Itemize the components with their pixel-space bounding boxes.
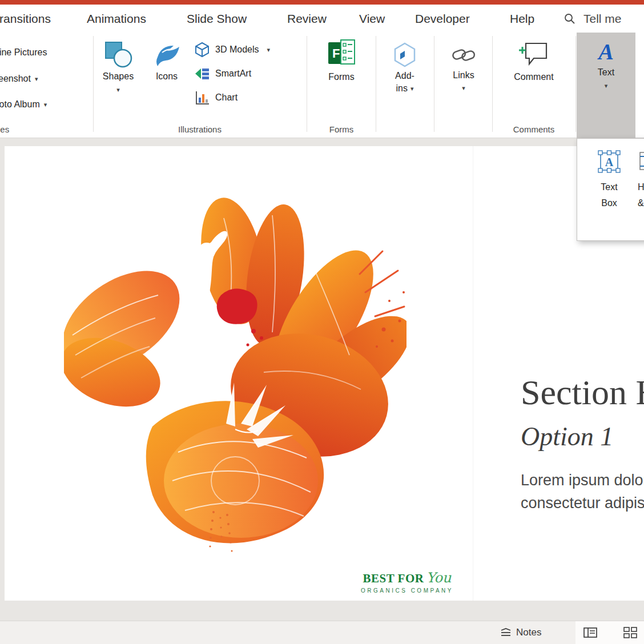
images-group-label: Images	[0, 124, 9, 134]
links-label: Links	[453, 69, 474, 82]
search-icon	[564, 13, 575, 25]
text-box-label-line1: Text	[601, 179, 617, 196]
header-footer-label-line2: & Footer	[638, 195, 644, 212]
text-box-label-line2: Box	[601, 195, 617, 212]
content-panel-edge	[473, 146, 473, 601]
status-bar: Notes	[0, 621, 644, 644]
links-button[interactable]: Links	[441, 34, 486, 91]
header-footer-icon	[638, 149, 644, 174]
normal-view-icon	[583, 627, 597, 638]
icons-label: Icons	[156, 70, 178, 83]
slide-body-line2[interactable]: consectetur adipiscing elit.	[521, 494, 644, 512]
group-separator	[307, 36, 307, 132]
powerpoint-window: Transitions Animations Slide Show Review…	[0, 0, 644, 644]
screenshot-button[interactable]: Screenshot	[0, 70, 38, 87]
tab-review[interactable]: Review	[287, 5, 327, 33]
tab-developer[interactable]: Developer	[415, 5, 470, 33]
chart-label: Chart	[215, 91, 238, 104]
group-separator	[492, 36, 493, 132]
slide[interactable]: Section Header Option 1 Lorem ipsum dolo…	[5, 146, 644, 601]
add-ins-button[interactable]: Add- ins	[383, 34, 427, 95]
group-separator	[434, 36, 434, 132]
dropdown-arrow-icon	[267, 46, 270, 53]
group-separator	[575, 36, 576, 132]
header-footer-label-line1: Header	[638, 179, 644, 196]
3d-models-label: 3D Models	[215, 43, 259, 56]
photo-album-label: Photo Album	[0, 99, 40, 110]
group-separator	[93, 36, 94, 132]
links-icon	[450, 42, 477, 68]
screenshot-label: Screenshot	[0, 74, 31, 84]
tell-me-box[interactable]: Tell me	[583, 5, 622, 33]
forms-group-label: Forms	[308, 124, 375, 134]
logo-organics-company: ORGANICS COMPANY	[347, 587, 467, 594]
notes-icon	[500, 628, 512, 637]
notes-button[interactable]: Notes	[500, 624, 541, 641]
text-label: Text	[598, 66, 614, 79]
text-dropdown-menu: A Text Box Header & Footer	[577, 138, 644, 241]
slide-subtitle[interactable]: Option 1	[521, 421, 613, 452]
add-ins-icon	[391, 41, 418, 69]
text-box-icon: A	[597, 149, 622, 174]
text-icon: A	[598, 39, 614, 65]
ribbon-tab-bar: Transitions Animations Slide Show Review…	[0, 5, 644, 33]
3d-models-button[interactable]: 3D Models	[194, 39, 270, 61]
tab-view[interactable]: View	[359, 5, 385, 33]
slide-sorter-view-button[interactable]	[620, 625, 641, 641]
comments-group-label: Comments	[497, 124, 571, 134]
tab-transitions[interactable]: Transitions	[0, 5, 51, 33]
slide-artwork-flamenco-dancer[interactable]	[64, 184, 406, 555]
icons-dove-icon	[151, 38, 183, 70]
3d-models-icon	[194, 42, 210, 58]
comment-icon	[518, 39, 550, 69]
text-button[interactable]: A Text	[577, 34, 635, 89]
dropdown-arrow-icon	[410, 85, 414, 92]
add-ins-label-line2: ins	[396, 82, 408, 95]
online-pictures-button[interactable]: Online Pictures	[0, 44, 47, 61]
ribbon-insert: Online Pictures Screenshot Photo Album I…	[0, 33, 644, 138]
slide-sorter-icon	[623, 627, 637, 638]
menu-item-header-footer[interactable]: Header & Footer	[637, 144, 644, 212]
comment-button[interactable]: Comment	[500, 34, 567, 83]
tab-slide-show[interactable]: Slide Show	[187, 5, 247, 33]
shapes-icon	[103, 39, 133, 69]
forms-button[interactable]: F Forms	[319, 34, 364, 83]
svg-text:F: F	[332, 46, 340, 61]
menu-item-text-box[interactable]: A Text Box	[583, 144, 635, 212]
logo-best-for: BEST FOR	[363, 571, 424, 585]
dropdown-arrow-icon	[44, 101, 47, 108]
online-pictures-label: Online Pictures	[0, 47, 47, 58]
dropdown-arrow-icon	[462, 84, 465, 91]
chart-icon	[194, 90, 210, 106]
illustrations-group-label: Illustrations	[154, 124, 245, 134]
forms-icon: F	[326, 39, 357, 69]
normal-view-button[interactable]	[580, 625, 601, 641]
dropdown-arrow-icon	[116, 86, 120, 93]
dropdown-arrow-icon	[35, 75, 38, 82]
notes-label: Notes	[516, 627, 541, 638]
icons-button[interactable]: Icons	[143, 34, 191, 83]
titlebar-strip	[0, 0, 644, 5]
group-separator	[376, 36, 376, 132]
svg-text:A: A	[605, 156, 614, 168]
smartart-button[interactable]: SmartArt	[194, 63, 251, 84]
shapes-button[interactable]: Shapes	[95, 34, 142, 93]
slide-title[interactable]: Section Header	[521, 372, 644, 413]
forms-label: Forms	[328, 71, 354, 83]
chart-button[interactable]: Chart	[194, 87, 238, 108]
shapes-label: Shapes	[103, 70, 134, 83]
comment-label: Comment	[514, 71, 553, 83]
add-ins-label-line1: Add-	[395, 70, 414, 82]
smartart-label: SmartArt	[215, 67, 251, 80]
logo-you: You	[426, 570, 452, 586]
smartart-icon	[194, 66, 210, 82]
slide-body-line1[interactable]: Lorem ipsum dolor sit amet,	[521, 472, 644, 489]
photo-album-button[interactable]: Photo Album	[0, 96, 47, 113]
best-for-you-logo[interactable]: BEST FOR You ORGANICS COMPANY	[347, 570, 467, 594]
editing-canvas: Section Header Option 1 Lorem ipsum dolo…	[0, 138, 644, 621]
tab-help[interactable]: Help	[510, 5, 534, 33]
tab-animations[interactable]: Animations	[87, 5, 146, 33]
view-switcher	[575, 621, 644, 644]
dropdown-arrow-icon	[605, 82, 608, 89]
